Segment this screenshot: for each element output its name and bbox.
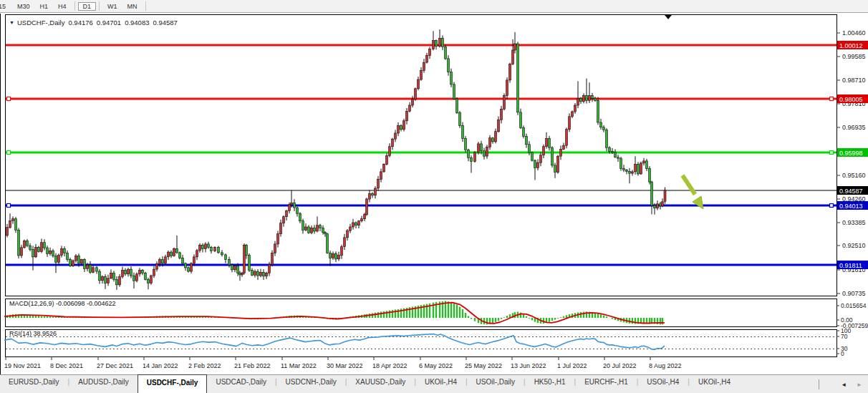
date-tick-label: 8 Dec 2021 <box>50 362 83 369</box>
macd-indicator-label: MACD(12,26,9) -0.006098 -0.004622 <box>9 300 116 307</box>
svg-text:1.00012: 1.00012 <box>839 42 863 49</box>
svg-text:0.91811: 0.91811 <box>839 262 862 269</box>
symbol-tab-bar: EURUSD-,Daily|AUDUSD-,DailyUSDCHF-,Daily… <box>0 374 868 393</box>
timeframe-button-m30[interactable]: M30 <box>12 2 35 11</box>
rsi-name: RSI(14) <box>9 330 32 337</box>
main-panel[interactable] <box>6 15 837 296</box>
date-tick-label: 6 May 2022 <box>419 362 453 369</box>
date-tick-label: 11 Mar 2022 <box>281 362 317 369</box>
symbol-tab-ukoilh4[interactable]: UKOil-,H4 <box>416 375 466 393</box>
symbol-tab-eurchfh1[interactable]: EURCHF-,H1 <box>576 375 637 393</box>
date-tick-label: 21 Feb 2022 <box>234 362 271 369</box>
symbol-tab-usdchfdaily[interactable]: USDCHF-,Daily <box>138 374 208 393</box>
svg-text:0.94013: 0.94013 <box>839 203 863 210</box>
chart-area[interactable]: 1.004600.995850.987100.978100.969350.951… <box>0 13 868 374</box>
svg-text:0.98005: 0.98005 <box>839 96 863 103</box>
date-tick-label: 8 Aug 2022 <box>649 362 682 369</box>
quote-high: 0.94701 <box>97 19 121 26</box>
quote-open: 0.94176 <box>68 19 92 26</box>
hline-handle[interactable] <box>7 97 11 101</box>
macd-name: MACD(12,26,9) <box>9 300 54 307</box>
price-tick-label: 0.90735 <box>842 290 866 297</box>
date-tick-label: 27 Dec 2021 <box>97 362 133 369</box>
symbol-tab-xauusddaily[interactable]: XAUUSD-,Daily <box>347 375 414 393</box>
hline-handle[interactable] <box>830 97 834 101</box>
symbol-tab-usdcnhdaily[interactable]: USDCNH-,Daily <box>277 375 345 393</box>
symbol-tab-hk50h1[interactable]: HK50-,H1 <box>526 375 574 393</box>
timeframe-button-w1[interactable]: W1 <box>102 2 122 11</box>
toolbar-separator <box>145 1 146 11</box>
quote-low: 0.94083 <box>125 19 149 26</box>
chart-dropdown-icon[interactable]: ▼ <box>9 20 14 25</box>
timeframe-button-15[interactable]: 15 <box>0 2 12 11</box>
symbol-tab-usdcaddaily[interactable]: USDCAD-,Daily <box>207 375 275 393</box>
tab-scroll-divider <box>819 379 819 389</box>
hline-handle[interactable] <box>7 151 11 155</box>
tab-scroll-left-icon[interactable]: ◄ <box>841 382 847 388</box>
toolbar-separator <box>99 1 100 11</box>
date-tick-label: 30 Mar 2022 <box>327 362 363 369</box>
toolbar-separator <box>74 1 75 11</box>
rsi-panel[interactable] <box>6 330 837 357</box>
symbol-tab-usoilh4[interactable]: USOil-,H4 <box>638 375 688 393</box>
macd-values: -0.006098 -0.004622 <box>56 300 116 307</box>
date-tick-label: 20 Jul 2022 <box>603 362 637 369</box>
rsi-value: 38.9526 <box>34 330 57 337</box>
date-tick-label: 25 May 2022 <box>465 362 502 369</box>
hline-handle[interactable] <box>7 204 11 208</box>
timeframe-button-d1[interactable]: D1 <box>78 2 97 11</box>
date-tick-label: 14 Jan 2022 <box>143 362 178 369</box>
timeframe-button-h1[interactable]: H1 <box>35 2 54 11</box>
chart-title: ▼USDCHF-,Daily0.941760.947010.940830.945… <box>9 19 178 26</box>
date-tick-label: 1 Jul 2022 <box>557 362 587 369</box>
date-tick-label: 2 Feb 2022 <box>188 362 221 369</box>
date-tick-label: 18 Apr 2022 <box>372 362 408 369</box>
price-tick-label: 0.98710 <box>842 77 866 84</box>
tab-scroll-controls: ◄► <box>819 375 868 393</box>
symbol-tab-eurusddaily[interactable]: EURUSD-,Daily <box>0 375 68 393</box>
price-tick-label: 0.93385 <box>842 219 866 226</box>
hline-handle[interactable] <box>830 204 834 208</box>
rsi-indicator-label: RSI(14) 38.9526 <box>9 330 57 337</box>
price-tick-label: 0.95160 <box>842 172 866 179</box>
date-tick-label: 13 Jun 2022 <box>511 362 546 369</box>
mt4-workspace: 15M30H1H4D1W1MN 1.004600.995850.987100.9… <box>0 0 868 393</box>
price-tick-label: 0.99585 <box>842 53 866 60</box>
timeframe-button-mn[interactable]: MN <box>122 2 143 11</box>
symbol-tab-audusddaily[interactable]: AUDUSD-,Daily <box>69 375 138 393</box>
date-tick-label: 19 Nov 2021 <box>4 362 41 369</box>
svg-text:0.015654: 0.015654 <box>841 302 867 309</box>
svg-text:0.95998: 0.95998 <box>839 150 863 157</box>
svg-text:0.94587: 0.94587 <box>839 188 863 195</box>
symbol-tab-ukoilh4[interactable]: UKOil-,H4 <box>690 375 739 393</box>
tab-scroll-right-icon[interactable]: ► <box>857 382 862 388</box>
svg-text:0: 0 <box>841 350 844 357</box>
quote-close: 0.94587 <box>153 19 177 26</box>
timeframe-button-h4[interactable]: H4 <box>53 2 72 11</box>
price-tick-label: 0.92510 <box>842 242 866 249</box>
symbol-tab-usoildaily[interactable]: USOil-,Daily <box>468 375 524 393</box>
timeframe-toolbar: 15M30H1H4D1W1MN <box>0 0 868 13</box>
price-tick-label: 1.00460 <box>842 29 866 37</box>
hline-handle[interactable] <box>830 151 834 155</box>
svg-text:70: 70 <box>841 333 848 340</box>
chart-symbol-label: USDCHF-,Daily <box>17 19 65 26</box>
price-tick-label: 0.96935 <box>842 124 866 131</box>
